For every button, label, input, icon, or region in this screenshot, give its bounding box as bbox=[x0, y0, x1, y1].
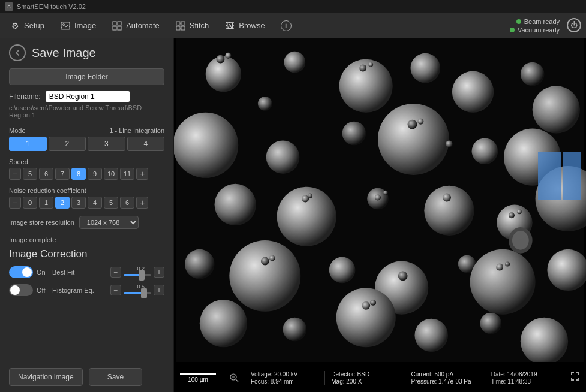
svg-point-35 bbox=[185, 249, 215, 279]
info-icon: i bbox=[281, 20, 292, 31]
svg-point-26 bbox=[378, 104, 449, 175]
svg-point-42 bbox=[200, 300, 247, 347]
noise-plus-button[interactable]: + bbox=[136, 197, 148, 209]
speed-6[interactable]: 6 bbox=[39, 168, 53, 180]
mode-btn-2[interactable]: 2 bbox=[49, 137, 86, 151]
menu-info[interactable]: i bbox=[274, 17, 299, 35]
scan-region-rect-2 bbox=[563, 152, 581, 200]
speed-plus-button[interactable]: + bbox=[136, 168, 148, 180]
mode-btn-4[interactable]: 4 bbox=[127, 137, 165, 151]
vacuum-ready-dot bbox=[510, 28, 515, 32]
image-folder-button[interactable]: Image Folder bbox=[9, 68, 164, 85]
svg-point-55 bbox=[375, 195, 381, 201]
svg-point-32 bbox=[424, 186, 474, 236]
best-fit-plus-button[interactable]: + bbox=[154, 267, 164, 278]
speed-8[interactable]: 8 bbox=[71, 168, 86, 180]
svg-point-37 bbox=[329, 257, 356, 284]
mode-buttons: 1 2 3 4 bbox=[9, 137, 164, 151]
title-bar: S SmartSEM touch V2.02 bbox=[0, 0, 586, 13]
histogram-toggle[interactable] bbox=[9, 284, 33, 296]
zoom-out-button[interactable] bbox=[228, 372, 240, 384]
svg-point-43 bbox=[283, 318, 307, 342]
noise-1[interactable]: 1 bbox=[39, 197, 53, 209]
menu-browse[interactable]: 🖼 Browse bbox=[217, 17, 272, 35]
svg-point-16 bbox=[284, 52, 305, 73]
mode-btn-1[interactable]: 1 bbox=[9, 137, 47, 151]
svg-point-51 bbox=[368, 62, 373, 67]
left-panel: Save Image Image Folder Filename: c:\use… bbox=[0, 38, 174, 392]
filename-input[interactable] bbox=[46, 91, 130, 102]
svg-point-63 bbox=[269, 255, 275, 261]
menu-automate[interactable]: Automate bbox=[104, 17, 167, 35]
correction-row-histogram: Off Histogram Eq. − 0.5 + bbox=[9, 284, 164, 296]
speed-10[interactable]: 10 bbox=[104, 168, 118, 180]
power-button[interactable]: ⏻ bbox=[567, 18, 581, 32]
speed-9[interactable]: 9 bbox=[88, 168, 102, 180]
noise-6[interactable]: 6 bbox=[120, 197, 134, 209]
histogram-minus-button[interactable]: − bbox=[110, 285, 121, 295]
svg-point-46 bbox=[480, 313, 501, 334]
image-icon bbox=[60, 20, 71, 31]
menu-stitch[interactable]: Stitch bbox=[168, 17, 217, 35]
beam-ready-label: Beam ready bbox=[524, 18, 560, 25]
back-button[interactable] bbox=[9, 44, 26, 61]
noise-2[interactable]: 2 bbox=[55, 197, 70, 209]
speed-minus-button[interactable]: − bbox=[9, 168, 21, 180]
svg-rect-7 bbox=[181, 22, 185, 25]
sem-canvas bbox=[174, 38, 586, 362]
menu-image[interactable]: Image bbox=[53, 17, 103, 35]
speed-7[interactable]: 7 bbox=[55, 168, 70, 180]
svg-point-22 bbox=[533, 86, 580, 133]
svg-point-52 bbox=[408, 120, 417, 129]
svg-point-40 bbox=[470, 249, 536, 315]
main-layout: Save Image Image Folder Filename: c:\use… bbox=[0, 38, 586, 392]
stat-date-col: Date: 14/08/2019 Time: 11:48:33 bbox=[485, 371, 564, 385]
svg-rect-5 bbox=[118, 26, 121, 30]
save-button[interactable]: Save bbox=[89, 368, 142, 386]
stitch-icon bbox=[175, 20, 186, 31]
noise-row: − 0 1 2 3 4 5 6 + bbox=[9, 197, 164, 209]
svg-point-64 bbox=[398, 271, 408, 281]
setup-icon: ⚙ bbox=[10, 20, 20, 31]
navigation-image-button[interactable]: Navigation image bbox=[9, 368, 83, 386]
svg-point-27 bbox=[472, 138, 498, 164]
menu-setup[interactable]: ⚙ Setup bbox=[2, 17, 52, 35]
svg-point-53 bbox=[417, 119, 423, 125]
svg-point-60 bbox=[509, 212, 515, 218]
speed-11[interactable]: 11 bbox=[120, 168, 134, 180]
svg-point-62 bbox=[261, 257, 269, 266]
speed-5[interactable]: 5 bbox=[23, 168, 37, 180]
svg-point-59 bbox=[443, 194, 451, 202]
svg-point-49 bbox=[225, 53, 231, 59]
svg-point-50 bbox=[359, 65, 366, 72]
noise-3[interactable]: 3 bbox=[71, 197, 86, 209]
resolution-select[interactable]: 1024 x 768 2048 x 1536 4096 x 3072 bbox=[79, 216, 139, 229]
best-fit-toggle[interactable] bbox=[9, 266, 33, 278]
save-header: Save Image bbox=[9, 44, 164, 61]
best-fit-minus-button[interactable]: − bbox=[110, 267, 121, 278]
histogram-slider[interactable]: 0.5 bbox=[124, 292, 152, 294]
histogram-plus-button[interactable]: + bbox=[154, 285, 164, 295]
fullscreen-button[interactable] bbox=[570, 372, 580, 384]
resolution-label: Image store resolution bbox=[9, 219, 74, 226]
status-stats: Voltage: 20.00 kV Focus: 8.94 mm Detecto… bbox=[245, 371, 564, 385]
mode-btn-3[interactable]: 3 bbox=[88, 137, 125, 151]
noise-5[interactable]: 5 bbox=[104, 197, 118, 209]
automate-icon bbox=[112, 20, 122, 31]
sem-image-svg bbox=[174, 38, 586, 362]
scale-bar-area: 100 µm bbox=[180, 373, 216, 383]
svg-point-70 bbox=[512, 231, 529, 250]
svg-rect-3 bbox=[118, 22, 121, 25]
noise-4[interactable]: 4 bbox=[88, 197, 102, 209]
svg-point-48 bbox=[217, 55, 225, 64]
mode-value: 1 - Line Integration bbox=[109, 127, 164, 134]
histogram-on-off: Off bbox=[37, 287, 49, 294]
noise-minus-button[interactable]: − bbox=[9, 197, 21, 209]
noise-0[interactable]: 0 bbox=[23, 197, 37, 209]
speed-row: − 5 6 7 8 9 10 11 + bbox=[9, 168, 164, 180]
histogram-slider-container: − 0.5 + bbox=[110, 285, 165, 295]
best-fit-slider[interactable]: 0.2 bbox=[124, 274, 152, 276]
svg-point-25 bbox=[342, 122, 366, 146]
filename-label: Filename: bbox=[9, 92, 41, 101]
svg-point-58 bbox=[308, 194, 312, 198]
